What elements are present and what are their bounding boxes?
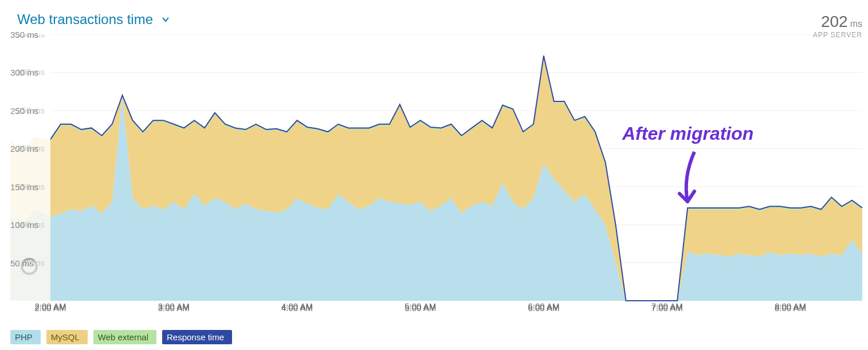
chart-legend: PHPMySQLWeb externalResponse time bbox=[10, 330, 232, 344]
annotation-arrow-icon bbox=[671, 149, 706, 212]
chevron-down-icon bbox=[161, 15, 170, 24]
y-axis-label: 200 ms bbox=[10, 144, 38, 154]
chart-title-dropdown[interactable]: Web transactions time bbox=[17, 11, 170, 27]
x-axis-label: 6:00 AM bbox=[528, 303, 559, 313]
x-axis-label: 5:00 AM bbox=[404, 303, 436, 313]
y-axis-label: 250 ms bbox=[10, 105, 38, 115]
y-axis-label: 100 ms bbox=[10, 220, 38, 230]
legend-item[interactable]: Web external bbox=[93, 330, 156, 344]
metric-value: 202 bbox=[821, 13, 848, 30]
x-axis-label: 4:00 AM bbox=[281, 303, 313, 313]
area-chart-svg: 50 ms100 ms150 ms200 ms250 ms300 ms350 m… bbox=[0, 34, 868, 309]
x-axis-label: 2:00 AM bbox=[34, 303, 66, 313]
x-axis-label: 8:00 AM bbox=[775, 303, 806, 313]
legend-item[interactable]: MySQL bbox=[46, 330, 88, 344]
legend-item[interactable]: Response time bbox=[162, 330, 232, 344]
legend-item[interactable]: PHP bbox=[10, 330, 41, 344]
y-axis-label: 150 ms bbox=[10, 182, 38, 191]
annotation-text: After migration bbox=[622, 123, 753, 144]
x-axis-label: 7:00 AM bbox=[651, 303, 683, 313]
chart-title: Web transactions time bbox=[17, 11, 153, 27]
metric-unit: ms bbox=[850, 19, 862, 29]
chart-plot-area[interactable]: 50 ms100 ms150 ms200 ms250 ms300 ms350 m… bbox=[0, 34, 868, 309]
y-axis-label: 350 ms bbox=[10, 30, 38, 40]
y-axis-label: 300 ms bbox=[10, 68, 38, 77]
y-axis-label: 50 ms bbox=[10, 258, 34, 268]
x-axis-label: 3:00 AM bbox=[158, 303, 190, 313]
